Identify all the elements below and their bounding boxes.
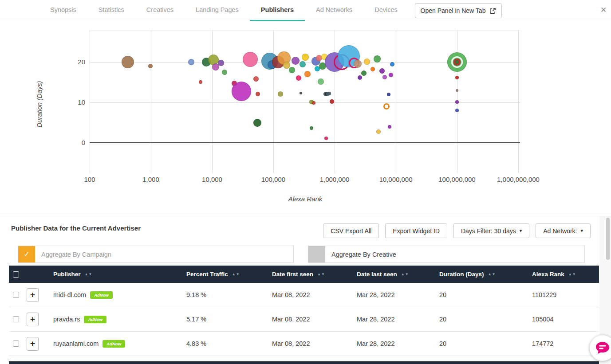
bubble[interactable] xyxy=(455,100,459,104)
open-panel-button[interactable]: Open Panel in New Tab xyxy=(415,3,502,18)
export-widget-id-button[interactable]: Export Widget ID xyxy=(385,223,447,238)
bubble[interactable] xyxy=(310,126,313,130)
bubble[interactable] xyxy=(296,75,301,81)
bubble[interactable] xyxy=(289,67,295,73)
bubble[interactable] xyxy=(253,76,259,82)
bubble[interactable] xyxy=(374,55,381,63)
row-checkbox[interactable] xyxy=(13,316,19,322)
bubble[interactable] xyxy=(327,92,331,95)
csv-export-all-button[interactable]: CSV Export All xyxy=(323,223,379,238)
bubble[interactable] xyxy=(455,109,459,112)
bubble[interactable] xyxy=(456,89,458,92)
days-filter-30-days-button[interactable]: Days Filter: 30 days▾ xyxy=(453,223,529,238)
tab-synopsis[interactable]: Synopsis xyxy=(39,0,87,21)
bubble[interactable] xyxy=(358,75,362,80)
section-title: Publisher Data for the Current Advertise… xyxy=(11,224,141,232)
column-label: Publisher xyxy=(53,271,81,278)
bubble[interactable] xyxy=(379,68,385,74)
bubble[interactable] xyxy=(361,70,367,76)
bubble[interactable] xyxy=(122,56,134,68)
bubble[interactable] xyxy=(256,92,260,96)
bubble[interactable] xyxy=(243,52,258,67)
bubble[interactable] xyxy=(354,60,362,68)
publisher-cell: pravda.rsAdNow xyxy=(51,316,185,323)
bubble[interactable] xyxy=(253,119,261,127)
publisher-table: Publisher▲▼Percent Traffic▲▼Date first s… xyxy=(9,266,599,356)
date-first-seen-cell: Mar 08, 2022 xyxy=(270,316,355,323)
bubble[interactable] xyxy=(390,62,394,67)
column-header-percent-traffic[interactable]: Percent Traffic▲▼ xyxy=(185,271,270,278)
tab-ad-networks[interactable]: Ad Networks xyxy=(305,0,363,21)
expand-row-button[interactable]: + xyxy=(27,337,39,351)
row-checkbox[interactable] xyxy=(13,292,19,298)
bubble[interactable] xyxy=(389,73,393,77)
ad-network-button[interactable]: Ad Network:▾ xyxy=(536,223,591,238)
sort-arrows-icon[interactable]: ▲▼ xyxy=(317,272,325,276)
tab-creatives[interactable]: Creatives xyxy=(135,0,185,21)
bubble[interactable] xyxy=(371,67,375,71)
publisher-name[interactable]: pravda.rs xyxy=(53,316,80,323)
x-tick-label: 100,000,000 xyxy=(426,176,488,183)
sort-arrows-icon[interactable]: ▲▼ xyxy=(568,272,576,276)
bubble[interactable] xyxy=(388,125,391,129)
column-header-date-first-seen[interactable]: Date first seen▲▼ xyxy=(270,271,355,278)
tab-publishers[interactable]: Publishers xyxy=(250,0,305,21)
x-tick-label: 10,000 xyxy=(181,176,243,183)
column-header-publisher[interactable]: Publisher▲▼ xyxy=(51,271,185,278)
bubble[interactable] xyxy=(199,80,202,84)
sort-arrows-icon[interactable]: ▲▼ xyxy=(232,272,240,276)
button-label: Ad Network: xyxy=(543,227,577,235)
creative-checkbox[interactable] xyxy=(308,246,325,262)
sort-arrows-icon[interactable]: ▲▼ xyxy=(85,272,93,276)
table-row: +pravda.rsAdNow5.17 %Mar 08, 2022Mar 28,… xyxy=(9,307,599,332)
tab-statistics[interactable]: Statistics xyxy=(87,0,135,21)
bubble[interactable] xyxy=(330,99,334,104)
x-tick-label: 100,000 xyxy=(242,176,304,183)
aggregate-by-campaign-toggle[interactable]: ✓ Aggregate By Campaign xyxy=(18,246,294,263)
bubble[interactable] xyxy=(376,129,381,134)
bubble[interactable] xyxy=(364,59,370,65)
bubble[interactable] xyxy=(300,92,302,94)
select-all-checkbox[interactable] xyxy=(13,271,19,278)
advertiser-publishers-panel: SynopsisStatisticsCreativesLanding Pages… xyxy=(0,0,611,364)
bubble[interactable] xyxy=(382,75,387,79)
bubble[interactable] xyxy=(148,64,153,68)
bubble[interactable] xyxy=(222,70,227,75)
bubble[interactable] xyxy=(304,71,311,77)
bubble[interactable] xyxy=(292,57,300,65)
button-label: CSV Export All xyxy=(331,227,371,235)
bubble[interactable] xyxy=(455,60,459,64)
sort-arrows-icon[interactable]: ▲▼ xyxy=(401,272,409,276)
column-header-alexa-rank[interactable]: Alexa Rank▲▼ xyxy=(530,271,599,278)
ad-network-badge: AdNow xyxy=(84,316,106,323)
table-row: +midi-dl.comAdNow9.18 %Mar 08, 2022Mar 2… xyxy=(9,283,599,307)
row-checkbox[interactable] xyxy=(13,341,19,347)
bubble[interactable] xyxy=(278,91,283,97)
publisher-name[interactable]: ruyaanlami.com xyxy=(53,340,99,347)
bubble[interactable] xyxy=(218,60,224,66)
bubble[interactable] xyxy=(383,103,390,110)
column-header-date-last-seen[interactable]: Date last seen▲▼ xyxy=(355,271,438,278)
bubble[interactable] xyxy=(300,61,306,67)
campaign-checkbox[interactable]: ✓ xyxy=(18,246,35,262)
tab-landing-pages[interactable]: Landing Pages xyxy=(185,0,250,21)
expand-row-button[interactable]: + xyxy=(27,313,39,326)
bubble[interactable] xyxy=(318,78,324,85)
bubble[interactable] xyxy=(387,93,390,96)
sort-arrows-icon[interactable]: ▲▼ xyxy=(488,272,496,276)
bubble[interactable] xyxy=(324,137,328,140)
bubble[interactable] xyxy=(188,59,194,65)
column-header-duration-days[interactable]: Duration (Days)▲▼ xyxy=(438,271,530,278)
y-gridline xyxy=(90,142,520,143)
tab-devices[interactable]: Devices xyxy=(363,0,409,21)
aggregate-by-creative-toggle[interactable]: Aggregate By Creative xyxy=(308,246,585,263)
vertical-scrollbar[interactable] xyxy=(606,218,610,260)
publisher-name[interactable]: midi-dl.com xyxy=(53,291,86,298)
expand-row-button[interactable]: + xyxy=(27,288,39,302)
bubble[interactable] xyxy=(312,101,315,105)
select-all-header-cell xyxy=(9,271,25,278)
bubble[interactable] xyxy=(455,76,459,79)
bubble[interactable] xyxy=(232,82,251,101)
close-icon[interactable]: ✕ xyxy=(598,5,609,15)
bubble[interactable] xyxy=(302,54,309,61)
